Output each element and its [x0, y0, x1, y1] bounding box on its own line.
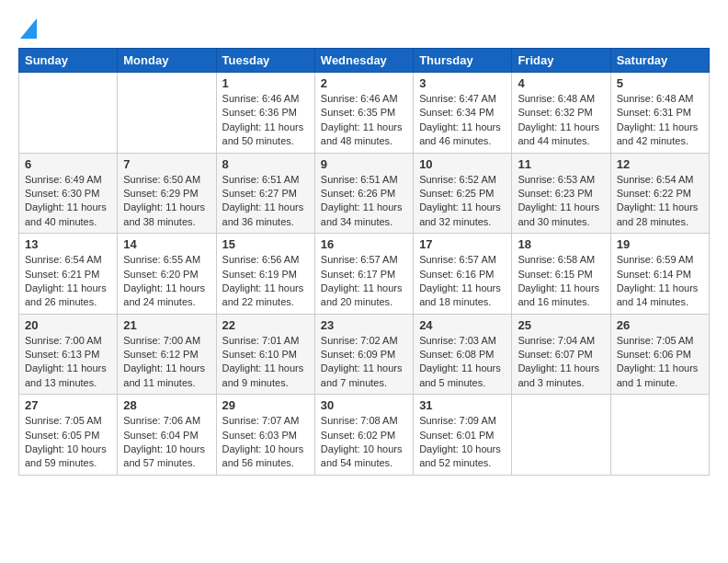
- calendar-cell: 14Sunrise: 6:55 AMSunset: 6:20 PMDayligh…: [118, 234, 216, 315]
- day-info: Sunrise: 6:53 AMSunset: 6:23 PMDaylight:…: [518, 173, 604, 230]
- day-number: 6: [25, 157, 111, 171]
- day-number: 4: [518, 76, 604, 90]
- weekday-header: Thursday: [414, 49, 512, 73]
- day-info: Sunrise: 6:57 AMSunset: 6:17 PMDaylight:…: [321, 253, 407, 310]
- day-info: Sunrise: 6:48 AMSunset: 6:32 PMDaylight:…: [518, 92, 604, 149]
- day-number: 30: [321, 398, 407, 412]
- day-info: Sunrise: 7:04 AMSunset: 6:07 PMDaylight:…: [518, 334, 604, 391]
- day-number: 16: [321, 237, 407, 251]
- weekday-header: Wednesday: [314, 49, 413, 73]
- svg-marker-0: [20, 18, 37, 39]
- calendar-cell: 19Sunrise: 6:59 AMSunset: 6:14 PMDayligh…: [610, 234, 709, 315]
- day-info: Sunrise: 6:56 AMSunset: 6:19 PMDaylight:…: [222, 253, 309, 310]
- weekday-header: Saturday: [610, 49, 709, 73]
- calendar-week-row: 1Sunrise: 6:46 AMSunset: 6:36 PMDaylight…: [19, 73, 710, 154]
- day-number: 5: [617, 76, 703, 90]
- calendar-cell: [19, 73, 118, 154]
- calendar-cell: [118, 73, 216, 154]
- day-info: Sunrise: 6:46 AMSunset: 6:36 PMDaylight:…: [222, 92, 309, 149]
- day-info: Sunrise: 7:03 AMSunset: 6:08 PMDaylight:…: [419, 334, 506, 391]
- day-number: 3: [419, 76, 506, 90]
- day-info: Sunrise: 6:51 AMSunset: 6:26 PMDaylight:…: [321, 173, 407, 230]
- weekday-header: Sunday: [19, 49, 118, 73]
- day-info: Sunrise: 7:02 AMSunset: 6:09 PMDaylight:…: [321, 334, 407, 391]
- day-info: Sunrise: 7:05 AMSunset: 6:05 PMDaylight:…: [25, 414, 111, 471]
- calendar-cell: 29Sunrise: 7:07 AMSunset: 6:03 PMDayligh…: [216, 395, 314, 476]
- day-info: Sunrise: 7:06 AMSunset: 6:04 PMDaylight:…: [123, 414, 210, 471]
- calendar-cell: 2Sunrise: 6:46 AMSunset: 6:35 PMDaylight…: [314, 73, 413, 154]
- weekday-header: Tuesday: [216, 49, 314, 73]
- day-number: 24: [419, 318, 506, 332]
- day-info: Sunrise: 6:49 AMSunset: 6:30 PMDaylight:…: [25, 173, 111, 230]
- calendar-cell: 3Sunrise: 6:47 AMSunset: 6:34 PMDaylight…: [414, 73, 512, 154]
- day-number: 27: [25, 398, 111, 412]
- calendar-cell: 17Sunrise: 6:57 AMSunset: 6:16 PMDayligh…: [414, 234, 512, 315]
- calendar-cell: 21Sunrise: 7:00 AMSunset: 6:12 PMDayligh…: [118, 314, 216, 395]
- calendar-table: SundayMondayTuesdayWednesdayThursdayFrid…: [18, 48, 710, 476]
- calendar-cell: [512, 395, 610, 476]
- calendar-cell: 12Sunrise: 6:54 AMSunset: 6:22 PMDayligh…: [610, 153, 709, 234]
- day-info: Sunrise: 6:48 AMSunset: 6:31 PMDaylight:…: [617, 92, 703, 149]
- day-info: Sunrise: 6:57 AMSunset: 6:16 PMDaylight:…: [419, 253, 506, 310]
- calendar-cell: 26Sunrise: 7:05 AMSunset: 6:06 PMDayligh…: [610, 314, 709, 395]
- day-info: Sunrise: 7:01 AMSunset: 6:10 PMDaylight:…: [222, 334, 309, 391]
- calendar-cell: 8Sunrise: 6:51 AMSunset: 6:27 PMDaylight…: [216, 153, 314, 234]
- day-info: Sunrise: 6:59 AMSunset: 6:14 PMDaylight:…: [617, 253, 703, 310]
- day-number: 9: [321, 157, 407, 171]
- day-info: Sunrise: 6:55 AMSunset: 6:20 PMDaylight:…: [123, 253, 210, 310]
- day-info: Sunrise: 6:54 AMSunset: 6:22 PMDaylight:…: [617, 173, 703, 230]
- calendar-cell: 16Sunrise: 6:57 AMSunset: 6:17 PMDayligh…: [314, 234, 413, 315]
- day-info: Sunrise: 6:47 AMSunset: 6:34 PMDaylight:…: [419, 92, 506, 149]
- calendar-cell: 5Sunrise: 6:48 AMSunset: 6:31 PMDaylight…: [610, 73, 709, 154]
- day-number: 29: [222, 398, 309, 412]
- calendar-header-row: SundayMondayTuesdayWednesdayThursdayFrid…: [19, 49, 710, 73]
- calendar-week-row: 6Sunrise: 6:49 AMSunset: 6:30 PMDaylight…: [19, 153, 710, 234]
- day-number: 10: [419, 157, 506, 171]
- day-number: 14: [123, 237, 210, 251]
- calendar-cell: [610, 395, 709, 476]
- weekday-header: Monday: [118, 49, 216, 73]
- calendar-week-row: 27Sunrise: 7:05 AMSunset: 6:05 PMDayligh…: [19, 395, 710, 476]
- page-header: [18, 18, 710, 39]
- day-info: Sunrise: 7:08 AMSunset: 6:02 PMDaylight:…: [321, 414, 407, 471]
- day-number: 7: [123, 157, 210, 171]
- day-info: Sunrise: 6:54 AMSunset: 6:21 PMDaylight:…: [25, 253, 111, 310]
- calendar-cell: 6Sunrise: 6:49 AMSunset: 6:30 PMDaylight…: [19, 153, 118, 234]
- day-number: 25: [518, 318, 604, 332]
- day-info: Sunrise: 7:05 AMSunset: 6:06 PMDaylight:…: [617, 334, 703, 391]
- weekday-header: Friday: [512, 49, 610, 73]
- calendar-cell: 13Sunrise: 6:54 AMSunset: 6:21 PMDayligh…: [19, 234, 118, 315]
- logo: [18, 18, 37, 39]
- day-info: Sunrise: 7:09 AMSunset: 6:01 PMDaylight:…: [419, 414, 506, 471]
- day-info: Sunrise: 7:00 AMSunset: 6:13 PMDaylight:…: [25, 334, 111, 391]
- calendar-cell: 20Sunrise: 7:00 AMSunset: 6:13 PMDayligh…: [19, 314, 118, 395]
- calendar-cell: 30Sunrise: 7:08 AMSunset: 6:02 PMDayligh…: [314, 395, 413, 476]
- day-number: 13: [25, 237, 111, 251]
- day-info: Sunrise: 7:00 AMSunset: 6:12 PMDaylight:…: [123, 334, 210, 391]
- day-number: 2: [321, 76, 407, 90]
- logo-arrow-icon: [20, 18, 37, 39]
- calendar-body: 1Sunrise: 6:46 AMSunset: 6:36 PMDaylight…: [19, 73, 710, 476]
- day-number: 26: [617, 318, 703, 332]
- day-number: 20: [25, 318, 111, 332]
- calendar-cell: 4Sunrise: 6:48 AMSunset: 6:32 PMDaylight…: [512, 73, 610, 154]
- calendar-week-row: 20Sunrise: 7:00 AMSunset: 6:13 PMDayligh…: [19, 314, 710, 395]
- day-number: 17: [419, 237, 506, 251]
- calendar-cell: 7Sunrise: 6:50 AMSunset: 6:29 PMDaylight…: [118, 153, 216, 234]
- day-number: 31: [419, 398, 506, 412]
- day-info: Sunrise: 6:50 AMSunset: 6:29 PMDaylight:…: [123, 173, 210, 230]
- day-info: Sunrise: 6:58 AMSunset: 6:15 PMDaylight:…: [518, 253, 604, 310]
- calendar-cell: 1Sunrise: 6:46 AMSunset: 6:36 PMDaylight…: [216, 73, 314, 154]
- day-info: Sunrise: 6:46 AMSunset: 6:35 PMDaylight:…: [321, 92, 407, 149]
- calendar-cell: 15Sunrise: 6:56 AMSunset: 6:19 PMDayligh…: [216, 234, 314, 315]
- calendar-cell: 25Sunrise: 7:04 AMSunset: 6:07 PMDayligh…: [512, 314, 610, 395]
- calendar-cell: 22Sunrise: 7:01 AMSunset: 6:10 PMDayligh…: [216, 314, 314, 395]
- calendar-cell: 28Sunrise: 7:06 AMSunset: 6:04 PMDayligh…: [118, 395, 216, 476]
- day-number: 21: [123, 318, 210, 332]
- calendar-cell: 24Sunrise: 7:03 AMSunset: 6:08 PMDayligh…: [414, 314, 512, 395]
- calendar-week-row: 13Sunrise: 6:54 AMSunset: 6:21 PMDayligh…: [19, 234, 710, 315]
- day-number: 18: [518, 237, 604, 251]
- day-info: Sunrise: 6:51 AMSunset: 6:27 PMDaylight:…: [222, 173, 309, 230]
- calendar-cell: 10Sunrise: 6:52 AMSunset: 6:25 PMDayligh…: [414, 153, 512, 234]
- day-number: 11: [518, 157, 604, 171]
